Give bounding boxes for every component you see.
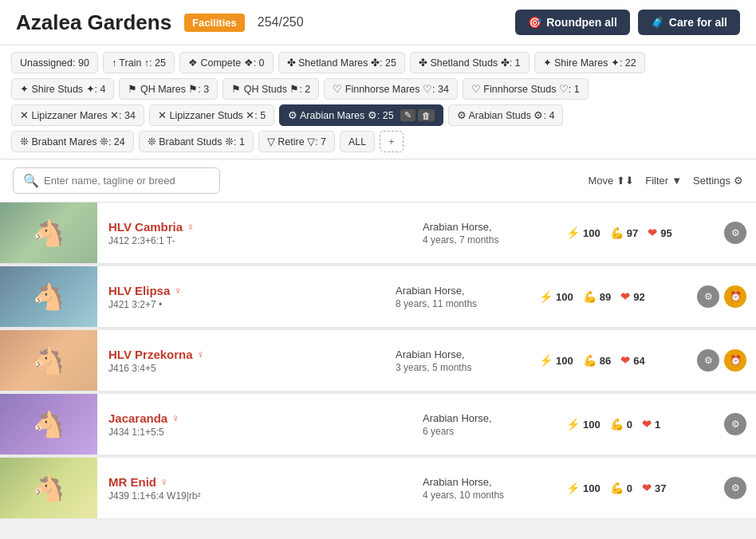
facilities-badge: Facilities: [184, 14, 245, 32]
nav-tag-2-2[interactable]: ⚙ Arabian Mares ⚙: 25✎🗑: [279, 104, 443, 126]
nav-tag-3-0[interactable]: ❊ Brabant Mares ❊: 24: [11, 131, 134, 152]
filter-icon: ▼: [671, 175, 682, 187]
horse-muscle: 💪0: [610, 418, 632, 431]
horse-list: 🐴HLV Cambria♀J412 2:3+6:1 T-Arabian Hors…: [0, 203, 756, 519]
horse-energy: ⚡100: [539, 354, 573, 367]
nav-tag-0-0[interactable]: Unassigned: 90: [11, 52, 98, 73]
nav-tag-1-4[interactable]: ♡ Finnhorse Studs ♡: 1: [463, 78, 589, 100]
toolbar-right: Move ⬆⬇ Filter ▼ Settings ⚙: [588, 175, 743, 187]
horse-breed: Arabian Horse,4 years, 7 months: [411, 203, 555, 263]
nav-tag-0-2[interactable]: ❖ Compete ❖: 0: [179, 52, 274, 73]
muscle-value: 0: [627, 482, 632, 494]
horse-gender: ♀: [197, 348, 205, 360]
move-button[interactable]: Move ⬆⬇: [588, 175, 634, 187]
nav-row-3: ❊ Brabant Mares ❊: 24❊ Brabant Studs ❊: …: [11, 131, 745, 152]
horse-name-row: HLV Cambria♀: [108, 220, 400, 234]
horse-info: HLV Elipsa♀J421 3:2+7 •: [97, 266, 384, 327]
horse-info: HLV Cambria♀J412 2:3+6:1 T-: [97, 203, 411, 263]
facilities-count: 254/250: [258, 15, 304, 30]
horse-stats: ⚡100💪89❤92: [528, 266, 687, 327]
muscle-icon: 💪: [583, 354, 597, 367]
nav-tag-2-1[interactable]: ✕ Lipizzaner Studs ✕: 5: [149, 104, 274, 126]
breed-age: 4 years, 10 months: [423, 490, 544, 501]
nav-tag-0-4[interactable]: ✤ Shetland Studs ✤: 1: [410, 52, 530, 73]
search-input[interactable]: [44, 175, 210, 187]
settings-icon: ⚙: [734, 175, 743, 187]
horse-energy: ⚡100: [566, 418, 600, 431]
horse-gender: ♀: [174, 285, 182, 297]
horse-name-row: HLV Przekorna♀: [108, 348, 373, 361]
horse-care-button[interactable]: ⚙: [724, 222, 746, 244]
energy-icon: ⚡: [566, 482, 580, 494]
filter-button[interactable]: Filter ▼: [645, 175, 682, 187]
horse-thumbnail: 🐴: [0, 203, 97, 263]
toolbar: 🔍 Move ⬆⬇ Filter ▼ Settings ⚙: [0, 159, 756, 203]
nav-tag-2-0[interactable]: ✕ Lipizzaner Mares ✕: 34: [11, 104, 144, 126]
horse-care-button[interactable]: ⚙: [724, 413, 746, 435]
horse-breed: Arabian Horse,8 years, 11 months: [384, 266, 528, 327]
horse-row: 🐴HLV Przekorna♀J416 3:4+5Arabian Horse,3…: [0, 330, 756, 391]
breed-name: Arabian Horse,: [396, 285, 517, 297]
horse-name-row: MR Enid♀: [108, 475, 400, 489]
horse-timer-icon: ⏰: [724, 285, 746, 308]
breed-name: Arabian Horse,: [423, 221, 544, 233]
horse-name[interactable]: Jacaranda: [108, 411, 167, 425]
title-area: Azalea Gardens Facilities 254/250: [16, 10, 304, 35]
horse-stats: ⚡100💪0❤1: [555, 394, 715, 454]
horse-thumbnail: 🐴: [0, 330, 97, 391]
nav-row-2: ✕ Lipizzaner Mares ✕: 34✕ Lipizzaner Stu…: [11, 104, 745, 126]
horse-actions: ⚙: [715, 394, 756, 454]
horse-energy: ⚡100: [566, 482, 600, 494]
settings-button[interactable]: Settings ⚙: [693, 175, 743, 187]
nav-tag-1-3[interactable]: ♡ Finnhorse Mares ♡: 34: [324, 78, 458, 100]
horse-name[interactable]: MR Enid: [108, 475, 156, 489]
nav-tag-1-2[interactable]: ⚑ QH Studs ⚑: 2: [222, 78, 319, 100]
horse-name[interactable]: HLV Przekorna: [108, 348, 193, 361]
horse-breed: Arabian Horse,3 years, 5 months: [384, 330, 528, 391]
edit-trash-icon[interactable]: 🗑: [418, 109, 435, 121]
horse-actions: ⚙⏰: [687, 266, 756, 327]
header-buttons: 🎯 Roundpen all 🧳 Care for all: [515, 10, 740, 35]
nav-tag-1-1[interactable]: ⚑ QH Mares ⚑: 3: [119, 78, 218, 100]
horse-thumbnail: 🐴: [0, 266, 97, 327]
nav-tag-1-0[interactable]: ✦ Shire Studs ✦: 4: [11, 78, 114, 100]
horse-heart: ❤37: [642, 482, 666, 494]
nav-row-1: ✦ Shire Studs ✦: 4⚑ QH Mares ⚑: 3⚑ QH St…: [11, 78, 745, 100]
search-box[interactable]: 🔍: [13, 167, 220, 194]
nav-tag-3-1[interactable]: ❊ Brabant Studs ❊: 1: [139, 131, 254, 152]
nav-tag-2-3[interactable]: ⚙ Arabian Studs ⚙: 4: [448, 104, 564, 126]
energy-icon: ⚡: [539, 354, 553, 367]
heart-value: 95: [660, 227, 671, 239]
nav-tag-0-3[interactable]: ✤ Shetland Mares ✤: 25: [278, 52, 405, 73]
nav-tag-3-2[interactable]: ▽ Retire ▽: 7: [258, 131, 335, 152]
roundpen-icon: 🎯: [528, 16, 541, 29]
horse-thumbnail: 🐴: [0, 458, 97, 518]
energy-value: 100: [556, 355, 573, 367]
muscle-icon: 💪: [610, 226, 624, 239]
edit-pencil-icon[interactable]: ✎: [400, 109, 415, 121]
muscle-icon: 💪: [610, 418, 624, 431]
nav-tag-0-1[interactable]: ↑ Train ↑: 25: [103, 52, 175, 73]
horse-care-button[interactable]: ⚙: [724, 477, 746, 499]
horse-row: 🐴Jacaranda♀J434 1:1+5:5Arabian Horse,6 y…: [0, 394, 756, 455]
horse-timer-icon: ⏰: [724, 349, 746, 372]
nav-tag-3-4[interactable]: +: [380, 131, 403, 152]
energy-value: 100: [583, 419, 600, 431]
nav-tag-0-5[interactable]: ✦ Shire Mares ✦: 22: [534, 52, 645, 73]
muscle-value: 89: [600, 291, 611, 303]
energy-icon: ⚡: [566, 418, 580, 431]
page-header: Azalea Gardens Facilities 254/250 🎯 Roun…: [0, 0, 756, 45]
muscle-value: 97: [627, 227, 638, 239]
horse-care-button[interactable]: ⚙: [697, 285, 719, 308]
move-icon: ⬆⬇: [616, 175, 634, 187]
horse-actions: ⚙⏰: [687, 330, 756, 391]
horse-care-button[interactable]: ⚙: [697, 349, 719, 372]
roundpen-all-button[interactable]: 🎯 Roundpen all: [515, 10, 630, 35]
horse-name[interactable]: HLV Elipsa: [108, 284, 170, 297]
care-all-button[interactable]: 🧳 Care for all: [638, 10, 740, 35]
horse-name[interactable]: HLV Cambria: [108, 220, 183, 234]
horse-gender: ♀: [171, 412, 179, 424]
heart-icon: ❤: [620, 354, 630, 367]
horse-info: Jacaranda♀J434 1:1+5:5: [97, 394, 411, 454]
nav-tag-3-3[interactable]: ALL: [340, 131, 375, 152]
